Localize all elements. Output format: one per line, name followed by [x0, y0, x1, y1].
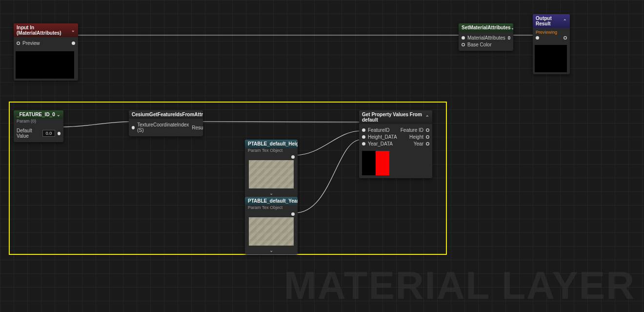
node-title: _FEATURE_ID_0: [17, 112, 55, 117]
pin-label: Height_DATA: [368, 134, 397, 140]
node-preview: [362, 151, 389, 175]
node-subtitle: Param Tex Object: [245, 205, 298, 211]
preview-status: Previewing: [536, 30, 567, 35]
node-preview: [16, 51, 74, 79]
preview-label: Preview: [22, 41, 40, 46]
pin-row-year: Year_DATA Year: [362, 141, 429, 146]
pin-preview-toggle[interactable]: [17, 42, 20, 45]
output-pin[interactable]: [426, 128, 429, 132]
node-header[interactable]: PTABLE_default_Year ⌃: [245, 197, 298, 205]
pin-row-height: Height_DATA Height: [362, 134, 429, 140]
node-title: SetMaterialAttributes: [462, 25, 511, 30]
node-title: CesiumGetFeatureIdsFromAttribute: [132, 112, 203, 117]
node-feature-id-param[interactable]: _FEATURE_ID_0 ⌄ Param (0) Default Value: [14, 110, 63, 142]
input-pin-base-color[interactable]: [462, 43, 465, 46]
chevron-down-icon: ⌄: [511, 25, 513, 30]
pin-row-feature-id: FeatureID Feature ID: [362, 127, 429, 133]
pin-label: Base Color: [467, 42, 491, 47]
input-pin[interactable]: [536, 36, 539, 40]
node-cesium-get-feature-ids[interactable]: CesiumGetFeatureIdsFromAttribute Texture…: [129, 110, 203, 136]
chevron-up-icon: ⌃: [425, 115, 429, 120]
node-header[interactable]: Get Property Values From default ⌃: [359, 110, 432, 124]
node-header[interactable]: _FEATURE_ID_0 ⌄: [14, 110, 63, 119]
node-subtitle: Param (0): [14, 119, 63, 125]
chevron-up-icon: ⌃: [563, 19, 567, 23]
node-header[interactable]: CesiumGetFeatureIdsFromAttribute: [129, 110, 203, 119]
node-header[interactable]: Output Result ⌃: [533, 14, 570, 28]
output-pin[interactable]: [72, 42, 75, 45]
input-pin[interactable]: [132, 126, 135, 129]
input-pin[interactable]: [362, 142, 365, 146]
input-pin-material-attributes[interactable]: [462, 36, 465, 40]
chevron-down-icon: ⌄: [71, 28, 75, 33]
node-preview: [535, 45, 567, 72]
output-pin[interactable]: [291, 155, 295, 159]
output-pin[interactable]: [426, 142, 429, 146]
pin-label: TextureCoordinateIndex (S): [137, 122, 189, 133]
output-pin[interactable]: [564, 36, 567, 40]
pin-label: FeatureID: [368, 127, 389, 133]
output-pin-material-attributes[interactable]: [508, 36, 510, 40]
output-pin[interactable]: [291, 212, 295, 216]
input-pin[interactable]: [362, 135, 365, 139]
default-value-label: Default Value: [17, 128, 40, 139]
pin-label: MaterialAttributes: [467, 35, 505, 41]
texture-thumbnail: [249, 160, 294, 188]
node-set-material-attributes[interactable]: SetMaterialAttributes ⌄ MaterialAttribut…: [459, 23, 513, 51]
node-title: Get Property Values From default: [362, 112, 425, 123]
canvas-watermark: MATERIAL LAYER: [284, 263, 635, 308]
node-get-property-values[interactable]: Get Property Values From default ⌃ Featu…: [359, 110, 432, 178]
chevron-down-icon[interactable]: ⌄: [245, 189, 298, 197]
pin-label: Height: [409, 134, 423, 140]
output-pin[interactable]: [58, 132, 60, 135]
node-ptable-height[interactable]: PTABLE_default_Height ⌃ Param Tex Object…: [245, 140, 298, 197]
node-title: PTABLE_default_Height: [248, 141, 298, 146]
pin-label: Year: [414, 141, 423, 146]
node-subtitle: Param Tex Object: [245, 148, 298, 154]
node-ptable-year[interactable]: PTABLE_default_Year ⌃ Param Tex Object ⌄: [245, 197, 298, 254]
node-output-result[interactable]: Output Result ⌃ Previewing: [533, 14, 570, 74]
chevron-down-icon: ⌄: [57, 112, 60, 117]
node-header[interactable]: SetMaterialAttributes ⌄: [459, 23, 513, 32]
node-header[interactable]: Input In (MaterialAttributes) ⌄: [14, 23, 78, 37]
default-value-input[interactable]: [42, 130, 55, 137]
output-pin[interactable]: [426, 135, 429, 139]
texture-thumbnail: [249, 217, 294, 246]
pin-label: Year_DATA: [368, 141, 393, 146]
pin-label: Feature ID: [401, 127, 423, 133]
input-pin[interactable]: [362, 128, 365, 132]
node-title: PTABLE_default_Year: [248, 198, 298, 204]
node-title: Input In (MaterialAttributes): [17, 25, 71, 36]
node-header[interactable]: PTABLE_default_Height ⌃: [245, 140, 298, 148]
chevron-down-icon[interactable]: ⌄: [245, 247, 298, 254]
node-input-materialattributes[interactable]: Input In (MaterialAttributes) ⌄ Preview: [14, 23, 78, 81]
pin-label: Result: [192, 125, 203, 130]
node-title: Output Result: [536, 16, 563, 26]
